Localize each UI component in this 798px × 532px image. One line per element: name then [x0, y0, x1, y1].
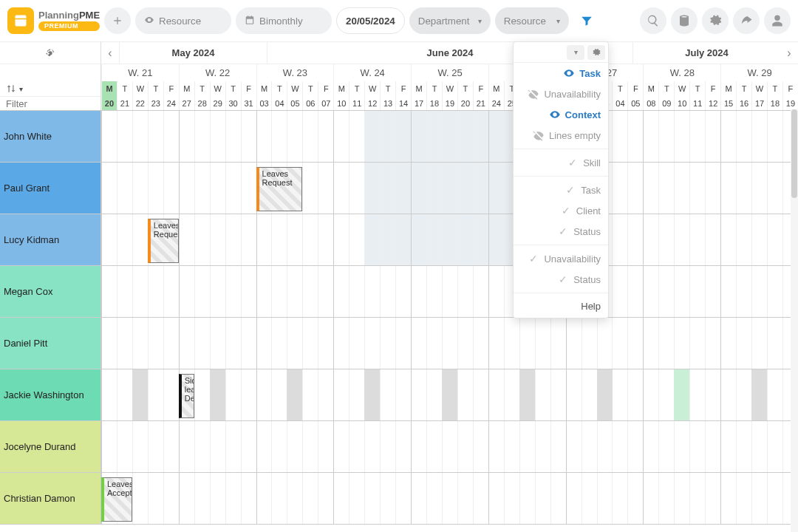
- grid-cell[interactable]: [333, 163, 349, 214]
- grid-cell[interactable]: [550, 421, 566, 472]
- grid-cell[interactable]: [163, 318, 179, 369]
- grid-cell[interactable]: [488, 369, 504, 420]
- grid-cell[interactable]: [411, 111, 426, 162]
- grid-cell[interactable]: [689, 163, 705, 214]
- grid-cell[interactable]: [689, 473, 705, 524]
- group-dropdown[interactable]: Resource ▾: [495, 7, 569, 34]
- grid-cell[interactable]: [117, 318, 132, 369]
- grid-cell[interactable]: [194, 473, 210, 524]
- grid-cell[interactable]: [132, 421, 148, 472]
- grid-cell[interactable]: [302, 421, 318, 472]
- grid-cell[interactable]: [256, 214, 272, 265]
- resource-label[interactable]: Megan Cox: [0, 266, 101, 317]
- grid-cell[interactable]: [566, 421, 582, 472]
- grid-cell[interactable]: [194, 266, 210, 317]
- grid-cell[interactable]: [658, 214, 674, 265]
- panel-item-skill[interactable]: ✓Skill: [514, 152, 608, 173]
- grid-cell[interactable]: [751, 318, 767, 369]
- panel-item-lines-empty[interactable]: Lines empty: [514, 125, 608, 146]
- grid-cell[interactable]: [426, 421, 442, 472]
- grid-cell[interactable]: [612, 369, 627, 420]
- grid-cell[interactable]: [101, 266, 117, 317]
- grid-cell[interactable]: [627, 266, 643, 317]
- grid-cell[interactable]: [318, 473, 333, 524]
- grid-cell[interactable]: [457, 111, 473, 162]
- resource-label[interactable]: Paul Grant: [0, 163, 101, 214]
- sort-button[interactable]: ▾: [6, 83, 23, 94]
- grid-cell[interactable]: [658, 266, 674, 317]
- grid-cell[interactable]: [643, 266, 658, 317]
- grid-cell[interactable]: [225, 318, 241, 369]
- grid-cell[interactable]: [349, 369, 364, 420]
- grid-cell[interactable]: [349, 318, 364, 369]
- grid-cell[interactable]: [302, 266, 318, 317]
- grid-cell[interactable]: [612, 214, 627, 265]
- grid-cell[interactable]: [210, 318, 225, 369]
- grid-cell[interactable]: [720, 369, 736, 420]
- grid-cell[interactable]: [395, 369, 411, 420]
- grid-cell[interactable]: [442, 421, 457, 472]
- grid-cell[interactable]: [674, 163, 689, 214]
- grid-cell[interactable]: [519, 473, 535, 524]
- grid-cell[interactable]: [751, 214, 767, 265]
- grid-cell[interactable]: [271, 421, 287, 472]
- grid-cell[interactable]: [488, 214, 504, 265]
- grid-cell[interactable]: [627, 421, 643, 472]
- grid-cell[interactable]: [380, 421, 395, 472]
- grid-cell[interactable]: [674, 318, 689, 369]
- event-block[interactable]: Leaves Accepted: [101, 477, 132, 522]
- grid-cell[interactable]: [658, 369, 674, 420]
- grid-cell[interactable]: [364, 318, 380, 369]
- grid-cell[interactable]: [411, 318, 426, 369]
- grid-cell[interactable]: [179, 214, 194, 265]
- panel-item-task[interactable]: Task: [514, 63, 608, 83]
- grid-cell[interactable]: [643, 369, 658, 420]
- grid-cell[interactable]: [767, 163, 782, 214]
- grid-cell[interactable]: [241, 214, 256, 265]
- event-block[interactable]: Sick leave Declared: [179, 374, 194, 418]
- grid-cell[interactable]: [582, 369, 597, 420]
- grid-cell[interactable]: [736, 266, 751, 317]
- grid-cell[interactable]: [674, 266, 689, 317]
- grid-cell[interactable]: [241, 369, 256, 420]
- grid-cell[interactable]: [287, 214, 302, 265]
- grid-cell[interactable]: [287, 318, 302, 369]
- grid-cell[interactable]: [751, 111, 767, 162]
- grid-cell[interactable]: [488, 266, 504, 317]
- grid-cell[interactable]: [256, 369, 272, 420]
- grid-cell[interactable]: [101, 421, 117, 472]
- grid-cell[interactable]: [550, 369, 566, 420]
- grid-cell[interactable]: [627, 473, 643, 524]
- grid-cell[interactable]: [720, 266, 736, 317]
- grid-cell[interactable]: [705, 421, 720, 472]
- grid-cell[interactable]: [241, 421, 256, 472]
- grid-cell[interactable]: [163, 111, 179, 162]
- grid-cell[interactable]: [535, 318, 550, 369]
- grid-cell[interactable]: [225, 369, 241, 420]
- grid-cell[interactable]: [163, 369, 179, 420]
- grid-cell[interactable]: [117, 214, 132, 265]
- resource-label[interactable]: Jocelyne Durand: [0, 421, 101, 472]
- grid-cell[interactable]: [643, 318, 658, 369]
- grid-cell[interactable]: [318, 111, 333, 162]
- grid-cell[interactable]: [535, 421, 550, 472]
- grid-cell[interactable]: [720, 214, 736, 265]
- grid-cell[interactable]: [612, 163, 627, 214]
- grid-cell[interactable]: [612, 473, 627, 524]
- grid-cell[interactable]: [287, 421, 302, 472]
- grid-cell[interactable]: [333, 318, 349, 369]
- grid-cell[interactable]: [767, 318, 782, 369]
- grid-cell[interactable]: [442, 214, 457, 265]
- grid-cell[interactable]: [210, 163, 225, 214]
- grid-cell[interactable]: [689, 318, 705, 369]
- grid-cell[interactable]: [210, 421, 225, 472]
- grid-cell[interactable]: [241, 473, 256, 524]
- grid-cell[interactable]: [751, 421, 767, 472]
- refresh-button[interactable]: [0, 41, 101, 64]
- grid-cell[interactable]: [210, 266, 225, 317]
- grid-cell[interactable]: [117, 421, 132, 472]
- grid-cell[interactable]: [411, 163, 426, 214]
- vertical-scrollbar[interactable]: [791, 109, 798, 532]
- grid-cell[interactable]: [736, 163, 751, 214]
- grid-cell[interactable]: [674, 214, 689, 265]
